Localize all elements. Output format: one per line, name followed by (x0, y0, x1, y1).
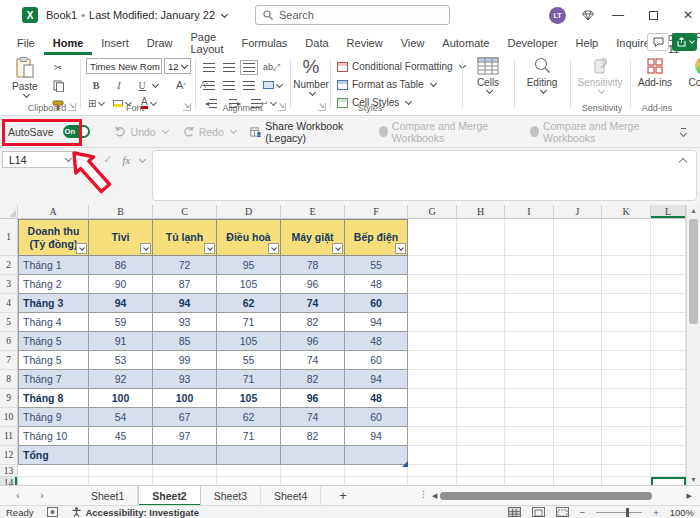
scroll-right-icon[interactable]: ▶ (687, 492, 692, 500)
empty-cell[interactable] (554, 219, 602, 256)
value-cell[interactable]: 62 (217, 294, 281, 313)
horizontal-scrollbar[interactable]: ◀ ▶ (432, 490, 692, 502)
font-size-combobox[interactable]: 12 (164, 58, 191, 74)
maximize-button[interactable] (640, 0, 666, 30)
ribbon-tab-data[interactable]: Data (296, 30, 337, 55)
empty-cell[interactable] (18, 465, 89, 477)
select-all-corner[interactable] (0, 205, 18, 219)
row-header-11[interactable]: 11 (0, 427, 18, 446)
value-cell[interactable]: 48 (345, 275, 408, 294)
increase-font-size-button[interactable]: A^ (173, 77, 189, 93)
scroll-up-icon[interactable]: ▲ (690, 207, 697, 214)
empty-cell[interactable] (457, 294, 505, 313)
empty-cell[interactable] (651, 408, 686, 427)
value-cell[interactable]: 92 (89, 370, 153, 389)
row-label-cell[interactable]: Tháng 8 (18, 389, 89, 408)
format-as-table-button[interactable]: Format as Table (337, 77, 465, 92)
value-cell[interactable]: 105 (217, 275, 281, 294)
bold-button[interactable]: B (88, 77, 104, 93)
empty-cell[interactable] (457, 477, 505, 485)
empty-cell[interactable] (505, 408, 554, 427)
orientation-button[interactable]: ab⤢ (263, 59, 280, 75)
row-label-cell[interactable]: Tháng 10 (18, 427, 89, 446)
empty-cell[interactable] (602, 477, 651, 485)
empty-cell[interactable] (408, 427, 457, 446)
row-label-cell[interactable]: Tháng 7 (18, 370, 89, 389)
empty-cell[interactable] (457, 370, 505, 389)
value-cell[interactable]: 94 (153, 294, 217, 313)
column-header-F[interactable]: F (345, 205, 408, 219)
comments-button[interactable] (647, 33, 669, 51)
empty-cell[interactable] (408, 313, 457, 332)
scroll-down-icon[interactable]: ▼ (690, 476, 697, 483)
empty-cell[interactable] (602, 427, 651, 446)
empty-cell[interactable] (602, 446, 651, 465)
value-cell[interactable]: 90 (89, 275, 153, 294)
value-cell[interactable]: 62 (217, 408, 281, 427)
ribbon-tab-developer[interactable]: Developer (498, 30, 566, 55)
empty-cell[interactable] (651, 256, 686, 275)
compare-merge-button-1[interactable]: Compare and Merge Workbooks (379, 120, 516, 144)
empty-cell[interactable] (408, 332, 457, 351)
empty-cell[interactable] (457, 313, 505, 332)
table-header-cell[interactable]: Tivi (89, 219, 153, 256)
empty-cell[interactable] (554, 446, 602, 465)
value-cell[interactable] (153, 446, 217, 465)
column-header-C[interactable]: C (153, 205, 217, 219)
value-cell[interactable]: 93 (153, 370, 217, 389)
table-header-cell[interactable]: Điều hoà (217, 219, 281, 256)
value-cell[interactable]: 60 (345, 351, 408, 370)
empty-cell[interactable] (602, 294, 651, 313)
value-cell[interactable]: 91 (89, 332, 153, 351)
row-header-9[interactable]: 9 (0, 389, 18, 408)
empty-cell[interactable] (408, 446, 457, 465)
rewards-gem-icon[interactable] (575, 0, 601, 30)
value-cell[interactable]: 55 (217, 351, 281, 370)
table-resize-handle[interactable] (402, 461, 408, 467)
empty-cell[interactable] (651, 275, 686, 294)
empty-cell[interactable] (505, 351, 554, 370)
row-header-13[interactable]: 13 (0, 465, 18, 477)
sheet-tab-sheet1[interactable]: Sheet1 (78, 486, 138, 506)
ribbon-tab-view[interactable]: View (392, 30, 434, 55)
value-cell[interactable]: 71 (217, 427, 281, 446)
ribbon-tab-draw[interactable]: Draw (138, 30, 182, 55)
empty-cell[interactable] (602, 313, 651, 332)
active-cell-L14[interactable] (651, 477, 686, 485)
document-title[interactable]: Book1 • Last Modified: January 22 (46, 0, 227, 30)
empty-cell[interactable] (602, 370, 651, 389)
sheet-tab-sheet2[interactable]: Sheet2 (138, 486, 200, 506)
value-cell[interactable] (217, 446, 281, 465)
undo-button[interactable]: Undo (114, 126, 168, 138)
empty-cell[interactable] (281, 465, 345, 477)
conditional-formatting-button[interactable]: Conditional Formatting (337, 59, 465, 74)
value-cell[interactable]: 82 (281, 427, 345, 446)
value-cell[interactable]: 95 (217, 256, 281, 275)
copy-button[interactable] (50, 78, 66, 94)
value-cell[interactable]: 105 (217, 332, 281, 351)
empty-cell[interactable] (505, 446, 554, 465)
value-cell[interactable]: 67 (153, 408, 217, 427)
row-header-8[interactable]: 8 (0, 370, 18, 389)
row-label-cell[interactable]: Tháng 2 (18, 275, 89, 294)
sensitivity-button[interactable]: Sensitivity (576, 57, 624, 93)
filter-button[interactable] (76, 243, 87, 254)
empty-cell[interactable] (554, 256, 602, 275)
column-header-D[interactable]: D (217, 205, 281, 219)
value-cell[interactable]: 59 (89, 313, 153, 332)
empty-cell[interactable] (602, 219, 651, 256)
empty-cell[interactable] (408, 294, 457, 313)
font-dialog-launcher[interactable]: ↘ (183, 103, 191, 111)
value-cell[interactable]: 82 (281, 313, 345, 332)
close-button[interactable]: ✕ (675, 0, 700, 30)
table-header-cell[interactable]: Doanh thu (Tỷ đồng) (18, 219, 89, 256)
alignment-dialog-launcher[interactable]: ↘ (278, 103, 286, 111)
value-cell[interactable]: 60 (345, 294, 408, 313)
empty-cell[interactable] (217, 465, 281, 477)
empty-cell[interactable] (505, 256, 554, 275)
normal-view-button[interactable] (508, 507, 521, 517)
value-cell[interactable]: 45 (89, 427, 153, 446)
empty-cell[interactable] (345, 477, 408, 485)
empty-cell[interactable] (408, 256, 457, 275)
page-layout-view-button[interactable] (532, 507, 545, 517)
